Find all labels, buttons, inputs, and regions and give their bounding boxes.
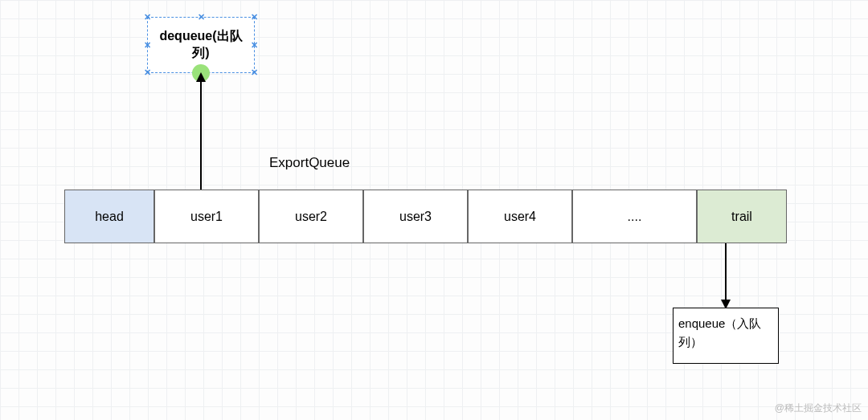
cell-dots-label: ....: [628, 210, 642, 224]
handle-icon: ✕: [144, 14, 151, 21]
cell-user3: user3: [363, 190, 468, 243]
handle-icon: ✕: [198, 14, 205, 21]
queue-row: head user1 user2 user3 user4 .... trail: [64, 190, 787, 243]
cell-user2: user2: [259, 190, 363, 243]
cell-user4-label: user4: [504, 210, 536, 224]
cell-trail-label: trail: [731, 210, 752, 224]
cell-head: head: [64, 190, 154, 243]
enqueue-label: enqueue（入队列）: [678, 316, 761, 349]
handle-icon: ✕: [251, 42, 258, 49]
handle-icon: ✕: [144, 42, 151, 49]
cell-dots: ....: [572, 190, 697, 243]
arrow-dequeue-head-icon: [196, 72, 206, 82]
cell-user4: user4: [468, 190, 572, 243]
cell-user3-label: user3: [399, 210, 432, 224]
enqueue-box: enqueue（入队列）: [673, 308, 779, 364]
handle-icon: ✕: [251, 14, 258, 21]
arrow-enqueue-line: [725, 243, 727, 301]
cell-user1: user1: [154, 190, 259, 243]
cell-user1-label: user1: [190, 210, 223, 224]
handle-icon: ✕: [144, 69, 151, 76]
watermark: @稀土掘金技术社区: [775, 402, 862, 415]
cell-head-label: head: [95, 210, 124, 224]
queue-title: ExportQueue: [269, 155, 350, 171]
handle-icon: ✕: [251, 69, 258, 76]
cell-trail: trail: [697, 190, 787, 243]
dequeue-label: dequeue(出队列): [151, 28, 251, 62]
cell-user2-label: user2: [295, 210, 327, 224]
arrow-dequeue-line: [200, 80, 202, 190]
